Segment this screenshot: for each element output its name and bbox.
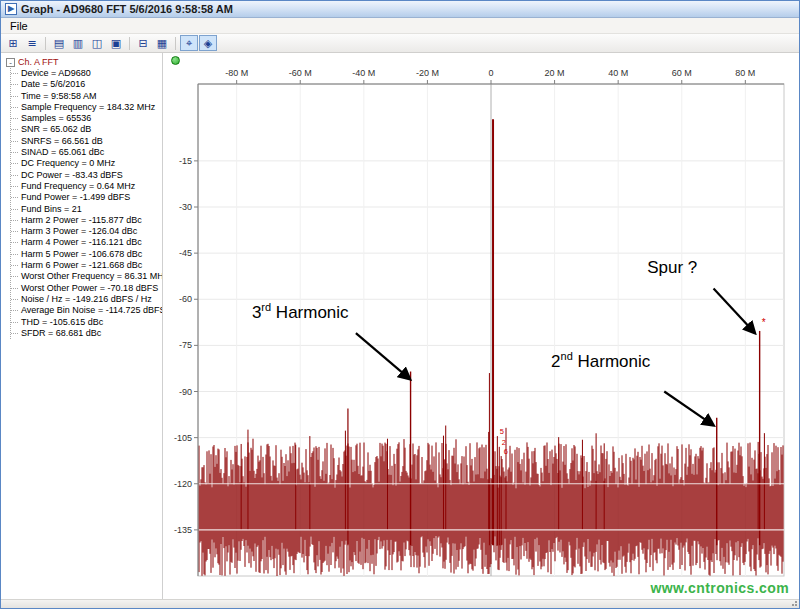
y-tick-label: -75 bbox=[179, 340, 192, 350]
menu-file[interactable]: File bbox=[3, 19, 35, 33]
x-tick-label: 80 M bbox=[735, 68, 755, 78]
x-tick-label: 20 M bbox=[545, 68, 565, 78]
export-button[interactable]: ⊞ bbox=[4, 35, 22, 51]
y-tick-label: -105 bbox=[174, 433, 192, 443]
tree-item: SINAD = 65.061 dBc bbox=[11, 147, 161, 158]
form-button[interactable]: ▤ bbox=[50, 35, 68, 51]
tree-item: Worst Other Power = -70.18 dBFS bbox=[11, 283, 161, 294]
tree-item: Harm 3 Power = -126.04 dBc bbox=[11, 226, 161, 237]
x-tick-label: 0 bbox=[488, 68, 493, 78]
toolbar: ⊞≡▤▥◫▣⊟▦⌖◈ bbox=[1, 34, 799, 53]
tree-item: Harm 4 Power = -116.121 dBc bbox=[11, 237, 161, 248]
x-tick-label: -80 M bbox=[225, 68, 248, 78]
fft-plot[interactable]: -80 M-60 M-40 M-20 M020 M40 M60 M80 M-15… bbox=[163, 53, 800, 601]
x-tick-label: 40 M bbox=[608, 68, 628, 78]
resize-grip[interactable] bbox=[790, 600, 798, 607]
settings-button[interactable]: ▥ bbox=[69, 35, 87, 51]
x-tick-label: -60 M bbox=[289, 68, 312, 78]
tree-item: Harm 5 Power = -106.678 dBc bbox=[11, 249, 161, 260]
app-window: ▶ Graph - AD9680 FFT 5/6/2016 9:58:58 AM… bbox=[0, 0, 800, 609]
report-icon: ≡ bbox=[27, 37, 36, 50]
x-tick-label: -20 M bbox=[416, 68, 439, 78]
markers-icon: ◈ bbox=[204, 37, 212, 50]
toolbar-separator bbox=[129, 37, 130, 50]
tree-item: DC Frequency = 0 MHz bbox=[11, 158, 161, 169]
table-button[interactable]: ▦ bbox=[153, 35, 171, 51]
table-icon: ▦ bbox=[157, 37, 167, 50]
tree-item: Samples = 65536 bbox=[11, 113, 161, 124]
markers-button[interactable]: ◈ bbox=[199, 35, 217, 51]
x-tick-label: 60 M bbox=[672, 68, 692, 78]
watermark: www.cntronics.com bbox=[650, 580, 789, 596]
tree-item: Harm 2 Power = -115.877 dBc bbox=[11, 215, 161, 226]
tree-collapse-toggle[interactable]: - bbox=[6, 58, 15, 67]
window-title: Graph - AD9680 FFT 5/6/2016 9:58:58 AM bbox=[21, 3, 233, 15]
tree-item: Harm 6 Power = -121.668 dBc bbox=[11, 260, 161, 271]
crosshair-button[interactable]: ⌖ bbox=[180, 35, 198, 51]
tree-item: Date = 5/6/2016 bbox=[11, 79, 161, 90]
save-icon: ◫ bbox=[92, 37, 102, 50]
print-icon: ▣ bbox=[111, 37, 121, 50]
tree-item: SNRFS = 66.561 dB bbox=[11, 136, 161, 147]
fft-results-list: Device = AD9680Date = 5/6/2016Time = 9:5… bbox=[10, 68, 161, 339]
peak-marker-2: 2 bbox=[502, 438, 506, 447]
plot-panel: -80 M-60 M-40 M-20 M020 M40 M60 M80 M-15… bbox=[163, 53, 799, 599]
y-tick-label: -45 bbox=[179, 248, 192, 258]
crosshair-icon: ⌖ bbox=[186, 37, 192, 50]
y-tick-label: -15 bbox=[179, 156, 192, 166]
peak-marker-spur: * bbox=[762, 317, 766, 328]
y-tick-label: -90 bbox=[179, 387, 192, 397]
form-icon: ▤ bbox=[54, 37, 64, 50]
report-button[interactable]: ≡ bbox=[23, 35, 41, 51]
tree-item: SFDR = 68.681 dBc bbox=[11, 328, 161, 339]
title-bar[interactable]: ▶ Graph - AD9680 FFT 5/6/2016 9:58:58 AM bbox=[1, 1, 799, 18]
results-tree-panel: - Ch. A FFT Device = AD9680Date = 5/6/20… bbox=[1, 53, 163, 599]
tree-item: Fund Bins = 21 bbox=[11, 204, 161, 215]
tree-item: Sample Frequency = 184.32 MHz bbox=[11, 102, 161, 113]
grid-button[interactable]: ⊟ bbox=[134, 35, 152, 51]
tree-item: THD = -105.615 dBc bbox=[11, 317, 161, 328]
peak-marker-5: 5 bbox=[500, 427, 504, 436]
y-tick-label: -135 bbox=[174, 525, 192, 535]
tree-item: Average Bin Noise = -114.725 dBFS bbox=[11, 305, 161, 316]
x-tick-label: -40 M bbox=[352, 68, 375, 78]
toolbar-separator bbox=[45, 37, 46, 50]
export-icon: ⊞ bbox=[8, 37, 17, 50]
peak-marker-6: 6 bbox=[504, 447, 508, 456]
tree-item: SNR = 65.062 dB bbox=[11, 124, 161, 135]
main-area: - Ch. A FFT Device = AD9680Date = 5/6/20… bbox=[1, 53, 799, 599]
tree-item: Fund Frequency = 0.64 MHz bbox=[11, 181, 161, 192]
tree-item: Worst Other Frequency = 86.31 MHz bbox=[11, 271, 161, 282]
run-indicator-icon bbox=[171, 56, 180, 65]
settings-icon: ▥ bbox=[73, 37, 83, 50]
tree-item: Time = 9:58:58 AM bbox=[11, 91, 161, 102]
save-button[interactable]: ◫ bbox=[88, 35, 106, 51]
y-tick-label: -120 bbox=[174, 479, 192, 489]
menu-bar: File bbox=[1, 18, 799, 34]
tree-root-label: Ch. A FFT bbox=[18, 57, 59, 67]
tree-item: Fund Power = -1.499 dBFS bbox=[11, 192, 161, 203]
y-tick-label: -30 bbox=[179, 202, 192, 212]
tree-item: Device = AD9680 bbox=[11, 68, 161, 79]
grid-icon: ⊟ bbox=[138, 37, 147, 50]
app-icon: ▶ bbox=[5, 3, 17, 15]
tree-item: DC Power = -83.43 dBFS bbox=[11, 170, 161, 181]
toolbar-separator bbox=[175, 37, 176, 50]
y-tick-label: -60 bbox=[179, 294, 192, 304]
print-button[interactable]: ▣ bbox=[107, 35, 125, 51]
spur-annotation-label: Spur ? bbox=[647, 258, 697, 277]
tree-root: - Ch. A FFT bbox=[6, 57, 161, 67]
tree-item: Noise / Hz = -149.216 dBFS / Hz bbox=[11, 294, 161, 305]
